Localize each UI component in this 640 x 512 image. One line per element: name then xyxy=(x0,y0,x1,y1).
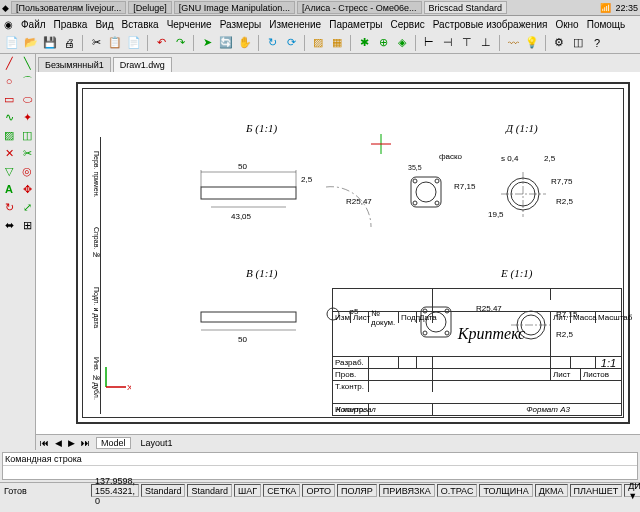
dim2-button[interactable]: ⊣ xyxy=(440,35,456,51)
tab-unnamed[interactable]: Безымянный1 xyxy=(38,57,111,72)
rect-tool[interactable]: ▭ xyxy=(0,90,18,108)
rotate-button[interactable]: ↻ xyxy=(264,35,280,51)
system-taskbar: ◆ [Пользователям livejour... [Deluge] [G… xyxy=(0,0,640,16)
status-snap[interactable]: ШАГ xyxy=(234,484,261,497)
circle-tool[interactable]: ○ xyxy=(0,72,18,90)
menu-insert[interactable]: Вставка xyxy=(121,19,158,30)
layout-last[interactable]: ⏭ xyxy=(81,438,90,448)
status-tablet[interactable]: ПЛАНШЕТ xyxy=(570,484,623,497)
menu-dimensions[interactable]: Размеры xyxy=(220,19,262,30)
status-dynamic[interactable]: ДИНАМИКА ▼ xyxy=(624,484,640,497)
document-tabs: Безымянный1 Draw1.dwg xyxy=(36,54,640,72)
line-tool[interactable]: ╱ xyxy=(0,54,18,72)
new-button[interactable]: 📄 xyxy=(4,35,20,51)
scale-tool[interactable]: ⤢ xyxy=(18,198,36,216)
hatch-tool[interactable]: ▨ xyxy=(0,126,18,144)
layout-model[interactable]: Model xyxy=(96,437,131,449)
dim3-button[interactable]: ⊤ xyxy=(459,35,475,51)
svg-point-15 xyxy=(435,201,439,205)
menu-window[interactable]: Окно xyxy=(555,19,578,30)
layout-next[interactable]: ▶ xyxy=(68,438,75,448)
copy-button[interactable]: 📋 xyxy=(107,35,123,51)
prop-button[interactable]: ◫ xyxy=(570,35,586,51)
menu-modify[interactable]: Изменение xyxy=(269,19,321,30)
svg-rect-5 xyxy=(201,187,296,199)
layout-layout1[interactable]: Layout1 xyxy=(137,438,177,448)
taskbar-item[interactable]: [Deluge] xyxy=(128,1,172,14)
paste-button[interactable]: 📄 xyxy=(126,35,142,51)
arc-b xyxy=(316,182,386,237)
part-view-v xyxy=(196,297,306,337)
undo-button[interactable]: ↶ xyxy=(153,35,169,51)
trim-tool[interactable]: ✂ xyxy=(18,144,36,162)
status-layer[interactable]: Standard xyxy=(187,484,232,497)
region-button[interactable]: ▦ xyxy=(329,35,345,51)
help-button[interactable]: ? xyxy=(589,35,605,51)
taskbar-item[interactable]: [Алиса - Стресс - Оме06е... xyxy=(297,1,422,14)
stretch-tool[interactable]: ⬌ xyxy=(0,216,18,234)
offset-tool[interactable]: ◎ xyxy=(18,162,36,180)
open-button[interactable]: 📂 xyxy=(23,35,39,51)
menu-view[interactable]: Вид xyxy=(95,19,113,30)
status-otrack[interactable]: О.ТРАС xyxy=(437,484,478,497)
orbit-button[interactable]: ⟳ xyxy=(283,35,299,51)
status-grid[interactable]: СЕТКА xyxy=(263,484,300,497)
taskbar-item-active[interactable]: Bricscad Standard xyxy=(424,1,508,14)
part-view-d-flange: 35,5 xyxy=(396,162,456,222)
menu-draw[interactable]: Черчение xyxy=(167,19,212,30)
taskbar-item[interactable]: [Пользователям livejour... xyxy=(11,1,126,14)
save-button[interactable]: 💾 xyxy=(42,35,58,51)
pan-button[interactable]: ✋ xyxy=(237,35,253,51)
menu-edit[interactable]: Правка xyxy=(54,19,88,30)
redo-button[interactable]: ↷ xyxy=(172,35,188,51)
status-dkma[interactable]: ДКМА xyxy=(535,484,568,497)
menu-parameters[interactable]: Параметры xyxy=(329,19,382,30)
erase-tool[interactable]: ✕ xyxy=(0,144,18,162)
spline-tool[interactable]: ∿ xyxy=(0,108,18,126)
tool-button[interactable]: 〰 xyxy=(505,35,521,51)
dim1-button[interactable]: ⊢ xyxy=(421,35,437,51)
layout-prev[interactable]: ◀ xyxy=(55,438,62,448)
tab-draw1[interactable]: Draw1.dwg xyxy=(113,57,172,72)
status-ortho[interactable]: ОРТО xyxy=(302,484,335,497)
ellipse-tool[interactable]: ⬭ xyxy=(18,90,36,108)
text-tool[interactable]: A xyxy=(0,180,18,198)
status-osnap[interactable]: ПРИВЯЗКА xyxy=(379,484,435,497)
refresh-button[interactable]: 🔄 xyxy=(218,35,234,51)
menu-service[interactable]: Сервис xyxy=(391,19,425,30)
clock: 22:35 xyxy=(615,3,638,13)
cut-button[interactable]: ✂ xyxy=(88,35,104,51)
bulb-button[interactable]: 💡 xyxy=(524,35,540,51)
menu-file[interactable]: Файл xyxy=(21,19,46,30)
point-tool[interactable]: ✦ xyxy=(18,108,36,126)
snap1-button[interactable]: ✱ xyxy=(356,35,372,51)
layout-first[interactable]: ⏮ xyxy=(40,438,49,448)
status-polar[interactable]: ПОЛЯР xyxy=(337,484,377,497)
menu-raster[interactable]: Растровые изображения xyxy=(433,19,548,30)
gear-button[interactable]: ⚙ xyxy=(551,35,567,51)
hatch-button[interactable]: ▨ xyxy=(310,35,326,51)
arrow-button[interactable]: ➤ xyxy=(199,35,215,51)
menubar: ◉ Файл Правка Вид Вставка Черчение Разме… xyxy=(0,16,640,32)
status-lwt[interactable]: ТОЛЩИНА xyxy=(479,484,532,497)
array-tool[interactable]: ⊞ xyxy=(18,216,36,234)
block-tool[interactable]: ◫ xyxy=(18,126,36,144)
tray-icon[interactable]: 📶 xyxy=(600,3,611,13)
snap2-button[interactable]: ⊕ xyxy=(375,35,391,51)
move-tool[interactable]: ✥ xyxy=(18,180,36,198)
arc-tool[interactable]: ⌒ xyxy=(18,72,36,90)
svg-point-13 xyxy=(435,179,439,183)
ucs-icon: X xyxy=(101,362,131,394)
menu-help[interactable]: Помощь xyxy=(587,19,626,30)
drawing-canvas[interactable]: X Б (1:1) 50 2,5 43,05 R25,47 xyxy=(36,72,640,434)
print-button[interactable]: 🖨 xyxy=(61,35,77,51)
polyline-tool[interactable]: ╲ xyxy=(18,54,36,72)
start-icon[interactable]: ◆ xyxy=(2,3,9,13)
mirror-tool[interactable]: ▽ xyxy=(0,162,18,180)
dim4-button[interactable]: ⊥ xyxy=(478,35,494,51)
dim-r25: R2,5 xyxy=(556,197,573,206)
rotate-tool[interactable]: ↻ xyxy=(0,198,18,216)
snap3-button[interactable]: ◈ xyxy=(394,35,410,51)
status-standard[interactable]: Standard xyxy=(141,484,186,497)
taskbar-item[interactable]: [GNU Image Manipulation... xyxy=(174,1,295,14)
